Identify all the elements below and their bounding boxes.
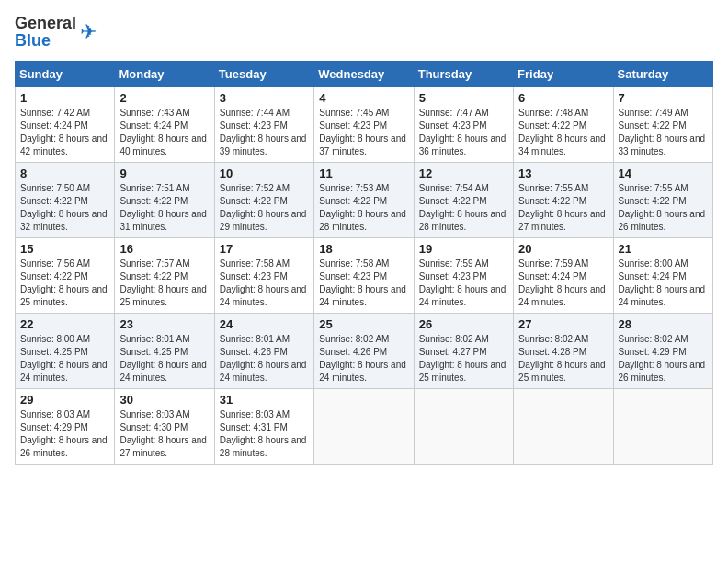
header: General Blue ✈: [15, 15, 713, 50]
calendar-cell: 7Sunrise: 7:49 AMSunset: 4:22 PMDaylight…: [613, 87, 712, 163]
weekday-header-thursday: Thursday: [414, 62, 513, 87]
weekday-header-wednesday: Wednesday: [314, 62, 414, 87]
calendar-cell: 2Sunrise: 7:43 AMSunset: 4:24 PMDaylight…: [115, 87, 214, 163]
week-row-4: 22Sunrise: 8:00 AMSunset: 4:25 PMDayligh…: [16, 314, 713, 389]
day-number: 7: [619, 91, 708, 105]
logo-general-text: General: [15, 14, 76, 32]
weekday-header-row: SundayMondayTuesdayWednesdayThursdayFrid…: [16, 62, 713, 87]
calendar-cell: 21Sunrise: 8:00 AMSunset: 4:24 PMDayligh…: [613, 238, 712, 314]
calendar-cell: 4Sunrise: 7:45 AMSunset: 4:23 PMDaylight…: [314, 87, 414, 163]
day-info: Sunrise: 8:02 AMSunset: 4:27 PMDaylight:…: [419, 333, 508, 385]
calendar-cell: 31Sunrise: 8:03 AMSunset: 4:31 PMDayligh…: [214, 389, 313, 465]
day-number: 18: [319, 242, 408, 256]
day-info: Sunrise: 8:01 AMSunset: 4:25 PMDaylight:…: [119, 333, 209, 385]
calendar-cell: 14Sunrise: 7:55 AMSunset: 4:22 PMDayligh…: [613, 163, 712, 238]
calendar-cell: 15Sunrise: 7:56 AMSunset: 4:22 PMDayligh…: [16, 238, 115, 314]
calendar-cell: 28Sunrise: 8:02 AMSunset: 4:29 PMDayligh…: [613, 314, 712, 389]
day-info: Sunrise: 7:43 AMSunset: 4:24 PMDaylight:…: [119, 107, 209, 158]
day-number: 2: [119, 91, 209, 105]
calendar-cell: 12Sunrise: 7:54 AMSunset: 4:22 PMDayligh…: [414, 163, 513, 238]
day-info: Sunrise: 8:02 AMSunset: 4:29 PMDaylight:…: [619, 333, 708, 385]
calendar-cell: 1Sunrise: 7:42 AMSunset: 4:24 PMDaylight…: [16, 87, 115, 163]
day-number: 12: [419, 167, 508, 180]
week-row-2: 8Sunrise: 7:50 AMSunset: 4:22 PMDaylight…: [16, 163, 713, 238]
day-info: Sunrise: 7:54 AMSunset: 4:22 PMDaylight:…: [419, 182, 508, 234]
day-info: Sunrise: 7:53 AMSunset: 4:22 PMDaylight:…: [319, 182, 408, 234]
calendar-cell: 9Sunrise: 7:51 AMSunset: 4:22 PMDaylight…: [115, 163, 214, 238]
weekday-header-tuesday: Tuesday: [214, 62, 313, 87]
day-number: 13: [518, 167, 608, 180]
calendar-cell: [613, 389, 712, 465]
day-info: Sunrise: 7:45 AMSunset: 4:23 PMDaylight:…: [319, 107, 408, 158]
day-number: 9: [119, 167, 209, 180]
weekday-header-monday: Monday: [115, 62, 214, 87]
day-number: 3: [220, 91, 309, 105]
day-info: Sunrise: 7:55 AMSunset: 4:22 PMDaylight:…: [619, 182, 708, 234]
day-info: Sunrise: 7:59 AMSunset: 4:24 PMDaylight:…: [518, 258, 608, 309]
calendar-cell: 16Sunrise: 7:57 AMSunset: 4:22 PMDayligh…: [115, 238, 214, 314]
week-row-5: 29Sunrise: 8:03 AMSunset: 4:29 PMDayligh…: [16, 389, 713, 465]
day-info: Sunrise: 8:00 AMSunset: 4:25 PMDaylight:…: [20, 333, 109, 385]
calendar-cell: 10Sunrise: 7:52 AMSunset: 4:22 PMDayligh…: [214, 163, 313, 238]
weekday-header-saturday: Saturday: [613, 62, 712, 87]
calendar-cell: 25Sunrise: 8:02 AMSunset: 4:26 PMDayligh…: [314, 314, 414, 389]
day-number: 28: [619, 317, 708, 331]
week-row-3: 15Sunrise: 7:56 AMSunset: 4:22 PMDayligh…: [16, 238, 713, 314]
day-number: 15: [20, 242, 109, 256]
calendar-cell: [414, 389, 513, 465]
day-info: Sunrise: 7:55 AMSunset: 4:22 PMDaylight:…: [518, 182, 608, 234]
day-info: Sunrise: 7:48 AMSunset: 4:22 PMDaylight:…: [518, 107, 608, 158]
calendar-cell: 22Sunrise: 8:00 AMSunset: 4:25 PMDayligh…: [16, 314, 115, 389]
day-info: Sunrise: 7:51 AMSunset: 4:22 PMDaylight:…: [119, 182, 209, 234]
calendar-cell: 17Sunrise: 7:58 AMSunset: 4:23 PMDayligh…: [214, 238, 313, 314]
calendar-cell: 19Sunrise: 7:59 AMSunset: 4:23 PMDayligh…: [414, 238, 513, 314]
logo-blue-text: Blue: [15, 31, 51, 50]
weekday-header-friday: Friday: [514, 62, 613, 87]
calendar-cell: 27Sunrise: 8:02 AMSunset: 4:28 PMDayligh…: [514, 314, 613, 389]
day-number: 10: [220, 167, 309, 180]
day-info: Sunrise: 7:50 AMSunset: 4:22 PMDaylight:…: [20, 182, 109, 234]
day-number: 29: [20, 393, 109, 407]
day-info: Sunrise: 8:03 AMSunset: 4:30 PMDaylight:…: [119, 408, 209, 460]
day-info: Sunrise: 8:03 AMSunset: 4:31 PMDaylight:…: [220, 408, 309, 460]
calendar-cell: 3Sunrise: 7:44 AMSunset: 4:23 PMDaylight…: [214, 87, 313, 163]
calendar-cell: 24Sunrise: 8:01 AMSunset: 4:26 PMDayligh…: [214, 314, 313, 389]
day-info: Sunrise: 8:02 AMSunset: 4:26 PMDaylight:…: [319, 333, 408, 385]
day-info: Sunrise: 7:56 AMSunset: 4:22 PMDaylight:…: [20, 258, 109, 309]
day-info: Sunrise: 7:52 AMSunset: 4:22 PMDaylight:…: [220, 182, 309, 234]
day-info: Sunrise: 8:00 AMSunset: 4:24 PMDaylight:…: [619, 258, 708, 309]
week-row-1: 1Sunrise: 7:42 AMSunset: 4:24 PMDaylight…: [16, 87, 713, 163]
day-number: 31: [220, 393, 309, 407]
day-number: 24: [220, 317, 309, 331]
day-info: Sunrise: 7:49 AMSunset: 4:22 PMDaylight:…: [619, 107, 708, 158]
day-number: 23: [119, 317, 209, 331]
day-number: 27: [518, 317, 608, 331]
calendar-cell: 13Sunrise: 7:55 AMSunset: 4:22 PMDayligh…: [514, 163, 613, 238]
day-number: 4: [319, 91, 408, 105]
day-number: 21: [619, 242, 708, 256]
day-info: Sunrise: 8:03 AMSunset: 4:29 PMDaylight:…: [20, 408, 109, 460]
calendar-table: SundayMondayTuesdayWednesdayThursdayFrid…: [15, 61, 713, 465]
day-number: 14: [619, 167, 708, 180]
day-info: Sunrise: 7:47 AMSunset: 4:23 PMDaylight:…: [419, 107, 508, 158]
calendar-cell: 23Sunrise: 8:01 AMSunset: 4:25 PMDayligh…: [115, 314, 214, 389]
day-number: 1: [20, 91, 109, 105]
calendar-cell: 20Sunrise: 7:59 AMSunset: 4:24 PMDayligh…: [514, 238, 613, 314]
day-number: 22: [20, 317, 109, 331]
day-number: 20: [518, 242, 608, 256]
day-info: Sunrise: 8:01 AMSunset: 4:26 PMDaylight:…: [220, 333, 309, 385]
day-number: 30: [119, 393, 209, 407]
day-info: Sunrise: 7:42 AMSunset: 4:24 PMDaylight:…: [20, 107, 109, 158]
calendar-cell: 11Sunrise: 7:53 AMSunset: 4:22 PMDayligh…: [314, 163, 414, 238]
day-number: 11: [319, 167, 408, 180]
day-info: Sunrise: 7:57 AMSunset: 4:22 PMDaylight:…: [119, 258, 209, 309]
calendar-cell: 5Sunrise: 7:47 AMSunset: 4:23 PMDaylight…: [414, 87, 513, 163]
calendar-cell: 18Sunrise: 7:58 AMSunset: 4:23 PMDayligh…: [314, 238, 414, 314]
logo: General Blue ✈: [15, 15, 97, 50]
day-number: 5: [419, 91, 508, 105]
calendar-cell: [514, 389, 613, 465]
day-number: 26: [419, 317, 508, 331]
day-info: Sunrise: 7:58 AMSunset: 4:23 PMDaylight:…: [319, 258, 408, 309]
day-info: Sunrise: 7:58 AMSunset: 4:23 PMDaylight:…: [220, 258, 309, 309]
weekday-header-sunday: Sunday: [16, 62, 115, 87]
